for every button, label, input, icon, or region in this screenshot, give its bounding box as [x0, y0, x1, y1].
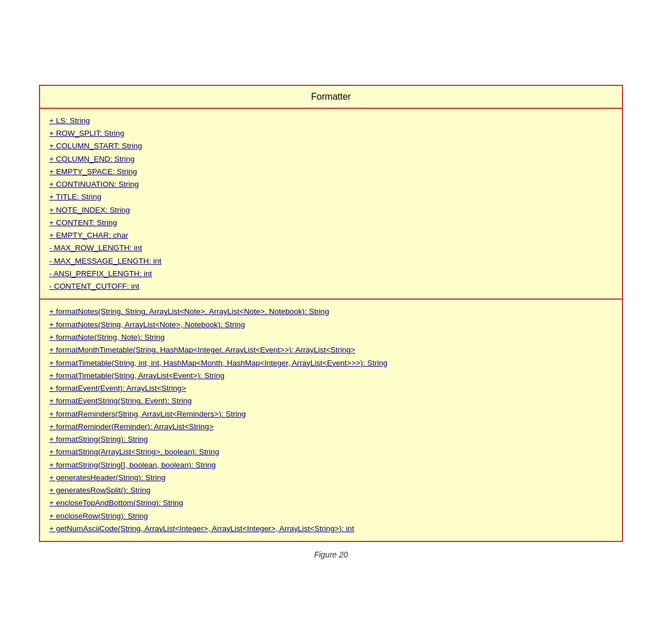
method-line: + formatReminder(Reminder): ArrayList<St… [49, 421, 613, 433]
figure-caption: Figure 20 [314, 550, 348, 559]
method-line: + formatString(ArrayList<String>, boolea… [49, 446, 613, 458]
method-line: + formatEventString(String, Event): Stri… [49, 395, 613, 407]
method-line: + formatString(String[], boolean, boolea… [49, 459, 613, 472]
field-line: + COLUMN_START: String [49, 140, 613, 152]
method-line: + formatReminders(String, ArrayList<Remi… [49, 408, 613, 421]
field-line: + EMPTY_SPACE: String [49, 166, 613, 178]
method-line: + formatNotes(String, String, ArrayList<… [49, 305, 613, 318]
method-line: + formatEvent(Event): ArrayList<String> [49, 382, 613, 395]
method-line: + formatNote(String, Note): String [49, 331, 613, 344]
method-line: + generatesHeader(String): String [49, 472, 613, 484]
field-line: + ROW_SPLIT: String [49, 127, 613, 140]
method-line: + getNumAsciiCode(String, ArrayList<Inte… [49, 523, 613, 535]
field-line: + LS: String [49, 115, 613, 127]
field-line: + NOTE_INDEX: String [49, 204, 613, 217]
method-line: + formatNotes(String, ArrayList<Note>, N… [49, 319, 613, 331]
page-container: Formatter + LS: String+ ROW_SPLIT: Strin… [0, 73, 662, 571]
diagram-title: Formatter [311, 92, 350, 101]
method-line: + formatString(String): String [49, 433, 613, 446]
method-line: + encloseTopAndBottom(String): String [49, 497, 613, 509]
uml-title-section: Formatter [40, 86, 622, 109]
field-line: + CONTENT: String [49, 217, 613, 229]
field-line: + TITLE: String [49, 191, 613, 203]
method-line: + encloseRow(String): String [49, 510, 613, 523]
field-line: - CONTENT_CUTOFF: int [49, 280, 613, 293]
method-line: + generatesRowSplit(): String [49, 484, 613, 497]
method-line: + formatTimetable(String, ArrayList<Even… [49, 370, 613, 382]
method-line: + formatMonthTimetable(String, HashMap<I… [49, 344, 613, 356]
uml-fields-section: + LS: String+ ROW_SPLIT: String+ COLUMN_… [40, 109, 622, 300]
uml-methods-section: + formatNotes(String, String, ArrayList<… [40, 300, 622, 541]
field-line: + CONTINUATION: String [49, 178, 613, 191]
field-line: - MAX_MESSAGE_LENGTH: int [49, 255, 613, 268]
method-line: + formatTimetable(String, int, int, Hash… [49, 357, 613, 370]
field-line: - MAX_ROW_LENGTH: int [49, 242, 613, 254]
uml-diagram: Formatter + LS: String+ ROW_SPLIT: Strin… [39, 85, 623, 543]
field-line: + COLUMN_END: String [49, 153, 613, 166]
field-line: + EMPTY_CHAR: char [49, 229, 613, 242]
field-line: - ANSI_PREFIX_LENGTH: int [49, 268, 613, 280]
